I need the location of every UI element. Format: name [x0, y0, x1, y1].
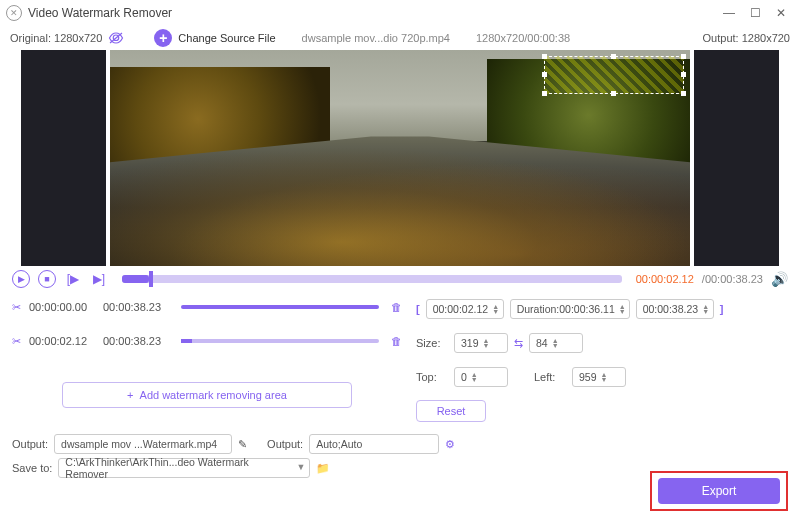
segments-panel: ✂ 00:00:00.00 00:00:38.23 🗑 ✂ 00:00:02.1… [12, 296, 402, 422]
add-area-label: Add watermark removing area [140, 389, 287, 401]
preview-padding-left [21, 50, 106, 266]
range-start-bracket-icon[interactable]: [ [416, 303, 420, 315]
change-source-button[interactable]: Change Source File [178, 32, 275, 44]
output-format-label: Output: [267, 438, 303, 450]
range-end-input[interactable]: 00:00:38.23▲▼ [636, 299, 714, 319]
left-input[interactable]: 959▲▼ [572, 367, 626, 387]
app-logo-icon: ✕ [6, 5, 22, 21]
output-resolution-label: Output: 1280x720 [703, 32, 790, 44]
link-dimensions-icon[interactable]: ⇆ [514, 337, 523, 350]
export-highlight: Export [650, 471, 788, 511]
segment-range-bar[interactable] [181, 305, 379, 309]
preview-padding-right [694, 50, 779, 266]
properties-panel: [ 00:00:02.12▲▼ Duration:00:00:36.11▲▼ 0… [416, 296, 788, 422]
original-resolution-label: Original: 1280x720 [10, 32, 102, 44]
scissors-icon[interactable]: ✂ [12, 301, 21, 314]
output-filename-input[interactable]: dwsample mov ...Watermark.mp4 [54, 434, 232, 454]
app-title: Video Watermark Remover [28, 6, 172, 20]
save-to-label: Save to: [12, 462, 52, 474]
range-end-bracket-icon[interactable]: ] [720, 303, 724, 315]
close-button[interactable]: ✕ [768, 3, 794, 23]
segment-end: 00:00:38.23 [103, 301, 169, 313]
plus-icon: + [127, 389, 133, 401]
watermark-selection-box[interactable] [544, 56, 684, 94]
volume-icon[interactable]: 🔊 [771, 271, 788, 287]
top-input[interactable]: 0▲▼ [454, 367, 508, 387]
save-path-dropdown[interactable]: C:\ArkThinker\ArkThin...deo Watermark Re… [58, 458, 310, 478]
output-filename-label: Output: [12, 438, 48, 450]
range-start-input[interactable]: 00:00:02.12▲▼ [426, 299, 504, 319]
output-settings-icon[interactable]: ⚙ [445, 438, 455, 451]
export-button[interactable]: Export [658, 478, 780, 504]
step-forward-button[interactable]: ▶] [90, 270, 108, 288]
play-button[interactable]: ▶ [12, 270, 30, 288]
left-label: Left: [534, 371, 566, 383]
video-preview[interactable] [110, 50, 690, 266]
delete-segment-icon[interactable]: 🗑 [391, 335, 402, 347]
top-label: Top: [416, 371, 448, 383]
segment-row: ✂ 00:00:00.00 00:00:38.23 🗑 [12, 296, 402, 318]
width-input[interactable]: 319▲▼ [454, 333, 508, 353]
visibility-toggle-icon[interactable] [108, 32, 124, 44]
source-info-row: Original: 1280x720 + Change Source File … [0, 26, 800, 50]
preview-area [0, 50, 800, 266]
source-resolution-duration: 1280x720/00:00:38 [476, 32, 570, 44]
step-back-button[interactable]: [▶ [64, 270, 82, 288]
titlebar: ✕ Video Watermark Remover — ☐ ✕ [0, 0, 800, 26]
reset-button[interactable]: Reset [416, 400, 486, 422]
size-label: Size: [416, 337, 448, 349]
maximize-button[interactable]: ☐ [742, 3, 768, 23]
output-format-input[interactable]: Auto;Auto [309, 434, 439, 454]
scissors-icon[interactable]: ✂ [12, 335, 21, 348]
open-folder-icon[interactable]: 📁 [316, 462, 330, 475]
height-input[interactable]: 84▲▼ [529, 333, 583, 353]
add-watermark-area-button[interactable]: + Add watermark removing area [62, 382, 352, 408]
segment-row: ✂ 00:00:02.12 00:00:38.23 🗑 [12, 330, 402, 352]
stop-button[interactable]: ■ [38, 270, 56, 288]
add-source-icon[interactable]: + [154, 29, 172, 47]
segment-start: 00:00:00.00 [29, 301, 95, 313]
source-filename: dwsample mov...dio 720p.mp4 [302, 32, 450, 44]
minimize-button[interactable]: — [716, 3, 742, 23]
playback-total-time: /00:00:38.23 [702, 273, 763, 285]
range-duration-input[interactable]: Duration:00:00:36.11▲▼ [510, 299, 630, 319]
playback-current-time: 00:00:02.12 [636, 273, 694, 285]
timeline-slider[interactable] [122, 275, 622, 283]
edit-filename-icon[interactable]: ✎ [238, 438, 247, 451]
segment-start: 00:00:02.12 [29, 335, 95, 347]
segment-end: 00:00:38.23 [103, 335, 169, 347]
playback-controls: ▶ ■ [▶ ▶] 00:00:02.12/00:00:38.23 🔊 [0, 266, 800, 292]
delete-segment-icon[interactable]: 🗑 [391, 301, 402, 313]
segment-range-bar[interactable] [181, 339, 379, 343]
